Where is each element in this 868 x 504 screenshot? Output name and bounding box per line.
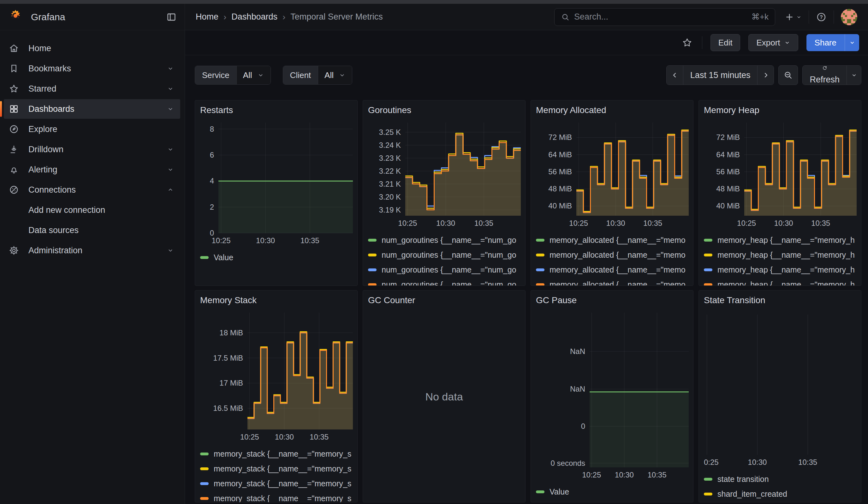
- user-avatar[interactable]: [841, 9, 857, 25]
- variable-label: Client: [283, 66, 318, 84]
- variable-client: ClientAll: [283, 66, 352, 85]
- chart-memory-heap[interactable]: 10:2510:3010:3572 MiB64 MiB56 MiB48 MiB4…: [704, 120, 857, 229]
- legend-series-label: memory_stack {__name__="memory_s: [214, 464, 351, 473]
- legend-item[interactable]: memory_allocated {__name__="memo: [536, 279, 688, 286]
- sidebar-item-home[interactable]: Home: [4, 39, 180, 58]
- legend-item[interactable]: num_goroutines {__name__="num_go: [368, 235, 520, 245]
- chevron-down-icon[interactable]: [167, 85, 174, 92]
- sidebar-item-bookmarks[interactable]: Bookmarks: [4, 59, 180, 78]
- chart-gc-pause[interactable]: 10:2510:3010:35NaNNaN00 seconds: [536, 310, 689, 481]
- panel-restarts: Restarts10:2510:3010:3586420Value: [195, 100, 358, 286]
- legend-item[interactable]: memory_allocated {__name__="memo: [536, 249, 688, 260]
- variable-value-dropdown[interactable]: All: [236, 66, 270, 84]
- variable-value-dropdown[interactable]: All: [318, 66, 352, 84]
- panel-title[interactable]: Memory Stack: [200, 295, 352, 306]
- grafana-app: Grafana HomeBookmarksStarredDashboardsEx…: [0, 0, 868, 504]
- svg-text:0: 0: [581, 422, 585, 430]
- legend-item[interactable]: memory_stack {__name__="memory_s: [200, 493, 352, 502]
- variable-service: ServiceAll: [195, 66, 271, 85]
- legend-series-color: [704, 493, 712, 495]
- legend-series-label: memory_heap {__name__="memory_h: [717, 236, 855, 245]
- legend-series-label: num_goroutines {__name__="num_go: [382, 250, 516, 260]
- legend-item[interactable]: memory_stack {__name__="memory_s: [200, 449, 352, 459]
- legend-item[interactable]: memory_allocated {__name__="memo: [536, 235, 688, 245]
- sidebar-item-dashboards[interactable]: Dashboards: [4, 99, 180, 119]
- help-button[interactable]: ?: [816, 12, 827, 22]
- sidebar-item-administration[interactable]: Administration: [4, 240, 180, 260]
- chevron-down-icon[interactable]: [167, 166, 174, 173]
- legend-series-label: Value: [549, 487, 569, 496]
- legend-item[interactable]: memory_heap {__name__="memory_h: [704, 279, 856, 286]
- legend-item[interactable]: num_goroutines {__name__="num_go: [368, 249, 520, 260]
- sidebar-item-explore[interactable]: Explore: [4, 119, 180, 139]
- legend-item[interactable]: num_goroutines {__name__="num_go: [368, 264, 520, 275]
- panel-title[interactable]: State Transition: [704, 295, 856, 306]
- share-menu-button[interactable]: [845, 34, 859, 51]
- panel-title[interactable]: GC Counter: [368, 295, 520, 306]
- legend-series-color: [704, 283, 712, 286]
- time-range-picker[interactable]: Last 15 minutes: [683, 66, 757, 85]
- add-new-button[interactable]: [785, 12, 802, 22]
- svg-text:NaN: NaN: [570, 347, 585, 356]
- sidebar-item-connections[interactable]: Connections: [4, 180, 180, 199]
- svg-text:64 MiB: 64 MiB: [716, 150, 740, 159]
- share-button[interactable]: Share: [806, 34, 845, 51]
- svg-text:10:30: 10:30: [615, 471, 634, 479]
- legend-item[interactable]: memory_stack {__name__="memory_s: [200, 478, 352, 489]
- chevron-down-icon[interactable]: [167, 105, 174, 112]
- svg-text:3.21 K: 3.21 K: [379, 180, 401, 188]
- chevron-up-icon[interactable]: [167, 186, 174, 193]
- chart-state-transition[interactable]: 0:2510:3010:35: [704, 310, 857, 468]
- legend-item[interactable]: state transition: [704, 474, 856, 484]
- sidebar-item-drilldown[interactable]: Drilldown: [4, 140, 180, 159]
- sidebar-item-label: Dashboards: [28, 104, 74, 114]
- legend-item[interactable]: memory_heap {__name__="memory_h: [704, 249, 856, 260]
- legend-item[interactable]: memory_heap {__name__="memory_h: [704, 235, 856, 245]
- chart-restarts[interactable]: 10:2510:3010:3586420: [200, 120, 353, 246]
- panel-title[interactable]: Memory Allocated: [536, 105, 688, 116]
- edit-button[interactable]: Edit: [711, 34, 741, 51]
- legend-item[interactable]: memory_allocated {__name__="memo: [536, 264, 688, 275]
- panel-title[interactable]: Goroutines: [368, 105, 520, 116]
- legend-item[interactable]: Value: [200, 252, 352, 263]
- panel-title[interactable]: Memory Heap: [704, 105, 856, 116]
- search-box[interactable]: ⌘+k: [554, 8, 775, 26]
- sidebar-item-add-new-connection[interactable]: Add new connection: [4, 200, 180, 220]
- time-controls: Last 15 minutes: [666, 65, 861, 85]
- sidebar-item-data-sources[interactable]: Data sources: [4, 220, 180, 240]
- breadcrumb: Home›Dashboards›Temporal Server Metrics: [196, 12, 383, 22]
- sidebar-item-alerting[interactable]: Alerting: [4, 160, 180, 179]
- panel-title[interactable]: GC Pause: [536, 295, 688, 306]
- export-button[interactable]: Export: [748, 34, 798, 51]
- chart-goroutines[interactable]: 10:2510:3010:353.25 K3.24 K3.23 K3.22 K3…: [368, 120, 521, 229]
- sidebar-item-starred[interactable]: Starred: [4, 79, 180, 99]
- drilldown-icon: [9, 144, 20, 154]
- svg-text:6: 6: [210, 151, 214, 159]
- legend-item[interactable]: memory_heap {__name__="memory_h: [704, 264, 856, 275]
- time-shift-back-button[interactable]: [666, 66, 683, 85]
- chevron-down-icon: [257, 72, 264, 79]
- sidebar-toggle-button[interactable]: [166, 12, 176, 22]
- breadcrumb-item[interactable]: Home: [196, 12, 218, 22]
- search-input[interactable]: [574, 12, 747, 22]
- chart-memory-allocated[interactable]: 10:2510:3010:3572 MiB64 MiB56 MiB48 MiB4…: [536, 120, 689, 229]
- panel-title[interactable]: Restarts: [200, 105, 352, 116]
- chevron-down-icon[interactable]: [167, 146, 174, 153]
- panel-memory-allocated: Memory Allocated10:2510:3010:3572 MiB64 …: [530, 100, 693, 286]
- refresh-button[interactable]: Refresh: [803, 66, 847, 85]
- breadcrumb-item[interactable]: Dashboards: [231, 12, 277, 22]
- zoom-out-button[interactable]: [778, 65, 798, 85]
- legend-item[interactable]: shard_item_created: [704, 488, 856, 499]
- chevron-down-icon[interactable]: [167, 247, 174, 254]
- chevron-down-icon: [796, 14, 802, 20]
- legend-item[interactable]: Value: [536, 486, 688, 497]
- legend-item[interactable]: num_goroutines {__name__="num_go: [368, 279, 520, 286]
- legend-series-color: [536, 268, 545, 271]
- chart-memory-stack[interactable]: 10:2510:3010:3518 MiB17.5 MiB17 MiB16.5 …: [200, 310, 353, 443]
- favorite-star-button[interactable]: [682, 37, 693, 48]
- refresh-interval-button[interactable]: [847, 66, 861, 85]
- top-actions: ?: [785, 9, 857, 25]
- time-shift-forward-button[interactable]: [757, 66, 774, 85]
- chevron-down-icon[interactable]: [167, 65, 174, 72]
- legend-item[interactable]: memory_stack {__name__="memory_s: [200, 463, 352, 474]
